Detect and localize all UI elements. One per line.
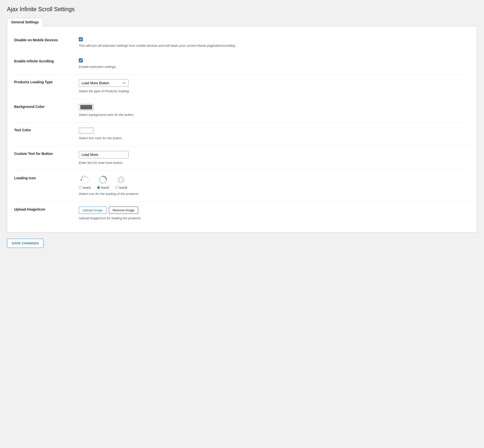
desc-products-loading-type: Select the type of Products loading. (79, 89, 470, 94)
icon-option-1: Icon1 (79, 175, 91, 189)
control-text-color: Select text color for the button. (79, 127, 470, 141)
label-products-loading-type: Products Loading Type (14, 79, 79, 85)
label-text-color: Text Color (14, 127, 79, 133)
setting-products-loading-type: Products Loading Type Load More Button I… (14, 74, 470, 99)
icon-option-2: Icon2 (97, 175, 109, 189)
setting-loading-icon: Loading Icon (14, 170, 470, 202)
control-loading-icon: Icon1 Icon2 (79, 175, 470, 196)
checkbox-enable-infinite[interactable] (79, 58, 83, 62)
color-preview-background (80, 105, 92, 109)
icon3-label: Icon3 (119, 186, 127, 189)
loading-icon-3-preview (117, 175, 126, 184)
svg-point-3 (87, 182, 88, 183)
icon2-label: Icon2 (101, 186, 109, 189)
color-swatch-text[interactable] (79, 127, 94, 134)
control-enable-infinite: Enable extension settings. (79, 58, 470, 69)
desc-custom-text: Enter text for load more button. (79, 160, 470, 165)
setting-background-color: Background Color Select background color… (14, 99, 470, 123)
input-custom-text[interactable] (79, 151, 129, 158)
desc-disable-mobile: This will turn off extension settings fr… (79, 43, 470, 48)
tab-general-settings[interactable]: General Settings (7, 18, 43, 26)
svg-point-4 (84, 183, 86, 184)
color-preview-text (80, 128, 92, 133)
svg-point-2 (88, 179, 89, 180)
setting-text-color: Text Color Select text color for the but… (14, 122, 470, 146)
control-background-color: Select background color for the button. (79, 104, 470, 117)
upload-buttons-group: Upload Image Remove Image (79, 207, 470, 214)
radio-icon3[interactable] (115, 186, 118, 189)
desc-text-color: Select text color for the button. (79, 136, 470, 141)
select-products-loading-type[interactable]: Load More Button Infinite Scroll (79, 79, 129, 87)
desc-background-color: Select background color for the button. (79, 112, 470, 117)
settings-panel: Disable on Mobile Devices This will turn… (7, 26, 477, 233)
desc-enable-infinite: Enable extension settings. (79, 64, 470, 69)
setting-custom-text: Custom Text for Button Enter text for lo… (14, 146, 470, 171)
setting-enable-infinite: Enable Infinite Scrolling Enable extensi… (14, 53, 470, 75)
label-enable-infinite: Enable Infinite Scrolling (14, 58, 79, 64)
checkbox-disable-mobile[interactable] (79, 37, 83, 41)
svg-point-7 (82, 177, 83, 178)
svg-point-5 (82, 182, 83, 183)
page-title: Ajax Infinite Scroll Settings (7, 6, 477, 13)
tabs-bar: General Settings (7, 18, 477, 26)
desc-loading-icon: Select icon for the loading of the produ… (79, 191, 470, 196)
icon-radio-row-3: Icon3 (115, 186, 127, 189)
svg-point-10 (119, 178, 123, 182)
control-custom-text: Enter text for load more button. (79, 151, 470, 165)
svg-point-0 (84, 176, 86, 177)
radio-icon2[interactable] (97, 186, 100, 189)
svg-point-1 (87, 177, 88, 178)
loading-icon-1-preview (80, 175, 89, 184)
radio-icon1[interactable] (79, 186, 82, 189)
setting-upload-image: Upload Image/Icon Upload Image Remove Im… (14, 202, 470, 226)
save-changes-button[interactable]: SAVE CHANGES (7, 239, 44, 248)
loading-icons-options: Icon1 Icon2 (79, 175, 470, 189)
svg-point-6 (81, 179, 82, 180)
icon-radio-row-1: Icon1 (79, 186, 91, 189)
control-disable-mobile: This will turn off extension settings fr… (79, 37, 470, 48)
color-swatch-background[interactable] (79, 104, 94, 110)
icon-radio-row-2: Icon2 (97, 186, 109, 189)
desc-upload-image: Upload Image/Icon for loading the produc… (79, 216, 470, 221)
remove-image-button[interactable]: Remove Image (109, 207, 138, 214)
loading-icon-2-preview (98, 175, 107, 184)
icon-option-3: Icon3 (115, 175, 127, 189)
upload-image-button[interactable]: Upload Image (79, 207, 106, 214)
label-background-color: Background Color (14, 104, 79, 109)
tab-wrap: General Settings Disable on Mobile Devic… (7, 18, 477, 233)
control-products-loading-type: Load More Button Infinite Scroll Select … (79, 79, 470, 94)
label-upload-image: Upload Image/Icon (14, 207, 79, 212)
label-loading-icon: Loading Icon (14, 175, 79, 181)
label-disable-mobile: Disable on Mobile Devices (14, 37, 79, 43)
control-upload-image: Upload Image Remove Image Upload Image/I… (79, 207, 470, 221)
label-custom-text: Custom Text for Button (14, 151, 79, 156)
icon1-label: Icon1 (83, 186, 91, 189)
setting-disable-mobile: Disable on Mobile Devices This will turn… (14, 32, 470, 53)
